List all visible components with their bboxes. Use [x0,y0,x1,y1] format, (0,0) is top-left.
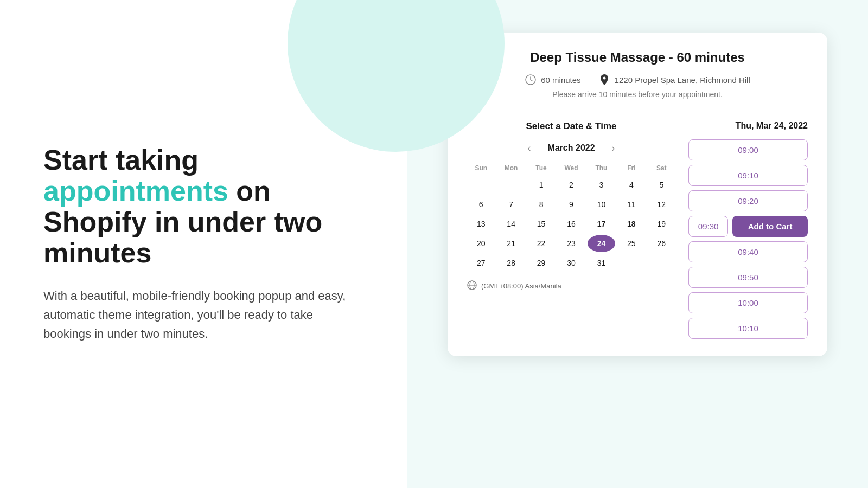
day-header-tue: Tue [527,162,555,174]
timezone-text: (GMT+08:00) Asia/Manila [481,282,561,290]
time-slot-0910[interactable]: 09:10 [688,165,808,186]
cal-day-12[interactable]: 12 [648,196,675,213]
cal-day-5[interactable]: 5 [648,176,675,194]
day-header-wed: Wed [557,162,585,174]
svg-point-1 [603,77,605,80]
time-slot-0950[interactable]: 09:50 [688,267,808,288]
cal-day-13[interactable]: 13 [467,215,495,233]
cal-day-empty [617,254,645,272]
cal-day-23[interactable]: 23 [557,235,585,252]
cal-day-10[interactable]: 10 [588,196,615,213]
day-header-sun: Sun [467,162,495,174]
day-header-fri: Fri [617,162,645,174]
times-section: Thu, Mar 24, 2022 09:00 09:10 09:20 09:3… [688,121,808,343]
duration-text: 60 minutes [541,75,580,85]
month-label: March 2022 [547,143,595,153]
cal-day-4[interactable]: 4 [617,176,645,194]
time-slot-1000[interactable]: 10:00 [688,292,808,313]
cal-day-16[interactable]: 16 [557,215,585,233]
cal-day-30[interactable]: 30 [557,254,585,272]
meta-duration: 60 minutes [525,74,580,86]
time-slot-0940[interactable]: 09:40 [688,241,808,262]
divider [467,110,808,110]
time-slot-1010[interactable]: 10:10 [688,318,808,339]
time-slot-0930[interactable]: 09:30 [688,216,728,237]
day-header-sat: Sat [648,162,675,174]
meta-location: 1220 Propel Spa Lane, Richmond Hill [598,74,750,86]
cal-day-31[interactable]: 31 [588,254,615,272]
cal-day-21[interactable]: 21 [497,235,525,252]
booking-layout: Select a Date & Time ‹ March 2022 › Sun … [467,121,808,343]
subtext: With a beautiful, mobile-friendly bookin… [43,286,363,344]
time-slot-0920[interactable]: 09:20 [688,190,808,211]
cal-day-25[interactable]: 25 [617,235,645,252]
times-date-label: Thu, Mar 24, 2022 [688,121,808,131]
time-slot-0900[interactable]: 09:00 [688,139,808,160]
cal-day-8[interactable]: 8 [527,196,555,213]
headline-start: Start taking [43,144,199,176]
card-meta: 60 minutes 1220 Propel Spa Lane, Richmon… [467,74,808,86]
cal-day-24[interactable]: 24 [588,235,615,252]
add-to-cart-button[interactable]: Add to Cart [732,216,808,237]
next-month-button[interactable]: › [606,140,621,156]
calendar-header: ‹ March 2022 › [467,140,675,156]
cal-day-6[interactable]: 6 [467,196,495,213]
cal-day-empty [467,176,495,194]
cal-day-27[interactable]: 27 [467,254,495,272]
left-content: Start taking appointments on Shopify in … [43,145,363,343]
day-header-thu: Thu [588,162,615,174]
cal-day-29[interactable]: 29 [527,254,555,272]
booking-card: Deep Tissue Massage - 60 minutes 60 minu… [448,33,827,356]
card-title: Deep Tissue Massage - 60 minutes [467,50,808,65]
headline: Start taking appointments on Shopify in … [43,145,363,269]
left-panel: Start taking appointments on Shopify in … [0,0,407,488]
cal-day-11[interactable]: 11 [617,196,645,213]
headline-accent: appointments [43,175,228,207]
globe-icon [467,280,477,292]
cal-day-9[interactable]: 9 [557,196,585,213]
cal-day-1[interactable]: 1 [527,176,555,194]
cal-day-15[interactable]: 15 [527,215,555,233]
cal-day-19[interactable]: 19 [648,215,675,233]
cal-day-17[interactable]: 17 [588,215,615,233]
clock-icon [525,74,537,86]
location-icon [598,74,610,86]
arrival-note: Please arrive 10 minutes before your app… [467,90,808,99]
cal-day-18[interactable]: 18 [617,215,645,233]
location-text: 1220 Propel Spa Lane, Richmond Hill [615,75,750,85]
day-header-mon: Mon [497,162,525,174]
calendar-grid: Sun Mon Tue Wed Thu Fri Sat 1 2 3 4 5 [467,162,675,272]
cal-day-2[interactable]: 2 [557,176,585,194]
prev-month-button[interactable]: ‹ [521,140,537,156]
time-slot-row-0930: 09:30 Add to Cart [688,216,808,237]
section-heading: Select a Date & Time [467,121,675,132]
calendar-section: Select a Date & Time ‹ March 2022 › Sun … [467,121,675,343]
cal-day-7[interactable]: 7 [497,196,525,213]
timezone-row: (GMT+08:00) Asia/Manila [467,280,675,292]
cal-day-20[interactable]: 20 [467,235,495,252]
cal-day-14[interactable]: 14 [497,215,525,233]
cal-day-empty [648,254,675,272]
cal-day-28[interactable]: 28 [497,254,525,272]
cal-day-22[interactable]: 22 [527,235,555,252]
cal-day-26[interactable]: 26 [648,235,675,252]
cal-day-3[interactable]: 3 [588,176,615,194]
cal-day-empty [497,176,525,194]
